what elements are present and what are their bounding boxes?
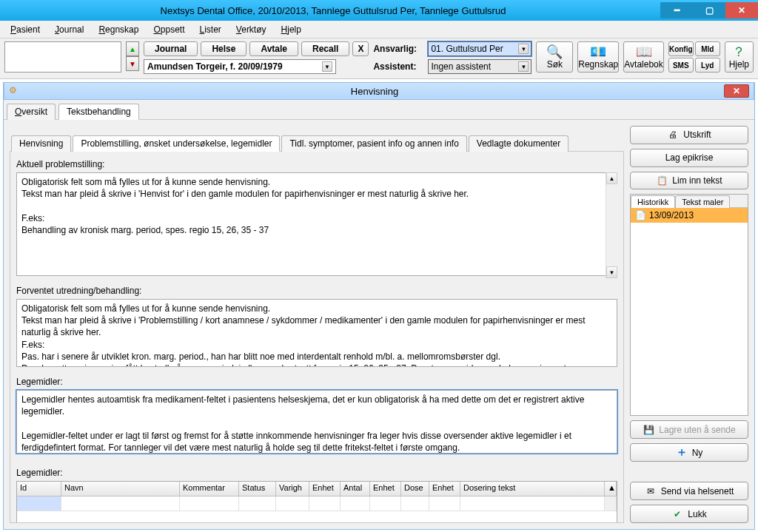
tab-historikk[interactable]: Historikk <box>631 195 675 208</box>
scroll-up-icon[interactable]: ▲ <box>606 172 617 184</box>
menu-regnskap[interactable]: Regnskap <box>93 23 144 36</box>
grid-cell[interactable] <box>460 496 605 511</box>
henvisning-title: Henvisning <box>25 86 724 97</box>
scrollbar[interactable]: ▲ ▼ <box>606 172 617 278</box>
col-id[interactable]: Id <box>17 482 61 496</box>
legemidler-textarea[interactable] <box>16 390 617 454</box>
menu-verktoy[interactable]: Verktøy <box>230 23 272 36</box>
history-list[interactable]: 📄 13/09/2013 <box>631 207 748 415</box>
avtale-button[interactable]: Avtale <box>249 41 298 56</box>
sms-button[interactable]: SMS <box>668 58 694 73</box>
window-title: Nextsys Dental Office, 20/10/2013, Tannl… <box>6 5 660 16</box>
sok-button[interactable]: 🔍Søk <box>536 41 573 73</box>
grid-cell[interactable] <box>17 496 61 511</box>
utskrift-button[interactable]: 🖨Utskrift <box>630 126 748 144</box>
menu-pasient[interactable]: Pasient <box>4 23 46 36</box>
menu-oppsett[interactable]: Oppsett <box>147 23 190 36</box>
assistent-value: Ingen assistent <box>431 61 491 72</box>
lag-epikrise-button[interactable]: Lag epikrise <box>630 149 748 167</box>
col-enhet-2[interactable]: Enhet <box>370 482 401 496</box>
tab-tidl-symptomer[interactable]: Tidl. symptomer, pasient info og annen i… <box>281 135 466 152</box>
col-dosering[interactable]: Dosering tekst <box>460 482 605 496</box>
history-item[interactable]: 📄 13/09/2013 <box>631 208 748 223</box>
window-close-button[interactable]: ✕ <box>725 2 758 18</box>
grid-cell[interactable] <box>309 496 341 511</box>
col-status[interactable]: Status <box>239 482 276 496</box>
grid-scroll-track[interactable] <box>605 496 617 511</box>
col-navn[interactable]: Navn <box>61 482 180 496</box>
window-maximize-button[interactable]: ▢ <box>693 2 725 18</box>
grid-cell[interactable] <box>401 496 429 511</box>
ny-label: Ny <box>692 448 703 458</box>
spinner-up-button[interactable]: ▲ <box>126 41 139 56</box>
col-enhet-1[interactable]: Enhet <box>309 482 341 496</box>
help-icon: ？ <box>732 45 745 58</box>
tab-problemstilling[interactable]: Problemstilling, ønsket undersøkelse, le… <box>73 135 280 152</box>
check-icon: ✔ <box>671 508 683 520</box>
henvisning-close-button[interactable]: ✕ <box>724 84 749 98</box>
col-dose[interactable]: Dose <box>401 482 429 496</box>
ny-button[interactable]: ＋Ny <box>630 443 748 462</box>
window-minimize-button[interactable]: ━ <box>660 2 693 18</box>
lukk-label: Lukk <box>688 509 706 519</box>
patient-dropdown[interactable]: Amundsen Torgeir, f. 20/09/1979 ▼ <box>144 59 336 74</box>
patient-preview-box <box>4 41 121 73</box>
grid-cell[interactable] <box>239 496 276 511</box>
tab-oversikt[interactable]: Oversikt <box>7 104 56 120</box>
menu-journal[interactable]: Journal <box>49 23 90 36</box>
lagre-button[interactable]: 💾Lagre uten å sende <box>630 420 748 439</box>
avtalebok-label: Avtalebok <box>624 59 663 70</box>
recall-button[interactable]: Recall <box>301 41 349 56</box>
regnskap-button[interactable]: 💶Regnskap <box>577 41 619 73</box>
menu-bar: Pasient Journal Regnskap Oppsett Lister … <box>0 21 758 38</box>
henvisning-window: ⚙ Henvisning ✕ Oversikt Tekstbehandling … <box>3 82 755 530</box>
document-icon: 📄 <box>635 210 645 220</box>
chevron-down-icon: ▼ <box>518 61 529 72</box>
spinner-down-button[interactable]: ▼ <box>126 56 139 71</box>
menu-hjelp[interactable]: Hjelp <box>275 23 307 36</box>
ansvarlig-dropdown[interactable]: 01. Guttulsrud Per ▼ <box>428 41 531 56</box>
col-enhet-3[interactable]: Enhet <box>429 482 460 496</box>
col-varigh[interactable]: Varigh <box>276 482 309 496</box>
grid-cell[interactable] <box>341 496 370 511</box>
tab-henvisning[interactable]: Henvisning <box>11 135 71 152</box>
menu-lister[interactable]: Lister <box>194 23 227 36</box>
grid-cell[interactable] <box>276 496 309 511</box>
avtalebok-button[interactable]: 📖Avtalebok <box>623 41 663 73</box>
konfig-button[interactable]: Konfig <box>668 41 694 56</box>
col-antal[interactable]: Antal <box>341 482 370 496</box>
x-button[interactable]: X <box>352 41 369 56</box>
tab-vedlagte[interactable]: Vedlagte dokumenter <box>469 135 568 152</box>
tab-tekstbehandling[interactable]: Tekstbehandling <box>58 104 139 120</box>
avtale-button-label: Avtale <box>261 44 287 54</box>
col-kommentar[interactable]: Kommentar <box>180 482 239 496</box>
scroll-down-icon[interactable]: ▼ <box>606 266 617 278</box>
forventet-textarea[interactable] <box>16 299 617 367</box>
forventet-label: Forventet utredning/behandling: <box>16 286 617 296</box>
lim-inn-tekst-button[interactable]: 📋Lim inn tekst <box>630 172 748 190</box>
history-item-date: 13/09/2013 <box>649 210 694 220</box>
scroll-up-icon[interactable]: ▲ <box>605 482 617 496</box>
tab-tekstmaler[interactable]: Tekst maler <box>675 195 730 208</box>
gear-icon: ⚙ <box>9 85 21 97</box>
grid-cell[interactable] <box>370 496 401 511</box>
ansvarlig-value: 01. Guttulsrud Per <box>431 44 503 54</box>
grid-cell[interactable] <box>61 496 180 511</box>
search-icon: 🔍 <box>546 45 563 58</box>
helse-button[interactable]: Helse <box>201 41 246 56</box>
aktuell-textarea[interactable] <box>16 172 617 276</box>
lyd-button[interactable]: Lyd <box>695 58 720 73</box>
grid-row[interactable] <box>17 496 617 511</box>
send-button[interactable]: ✉Send via helsenett <box>630 482 748 500</box>
grid-cell[interactable] <box>180 496 239 511</box>
assistent-dropdown[interactable]: Ingen assistent ▼ <box>428 59 531 74</box>
legemidler-grid[interactable]: Id Navn Kommentar Status Varigh Enhet An… <box>16 481 617 523</box>
paste-icon: 📋 <box>656 175 668 186</box>
lukk-button[interactable]: ✔Lukk <box>630 505 748 523</box>
grid-cell[interactable] <box>429 496 460 511</box>
lag-epikrise-label: Lag epikrise <box>665 152 714 163</box>
mld-button[interactable]: Mld <box>695 41 720 56</box>
journal-button[interactable]: Journal <box>144 41 198 56</box>
x-button-label: X <box>358 44 363 54</box>
hjelp-button[interactable]: ？Hjelp <box>725 41 754 73</box>
